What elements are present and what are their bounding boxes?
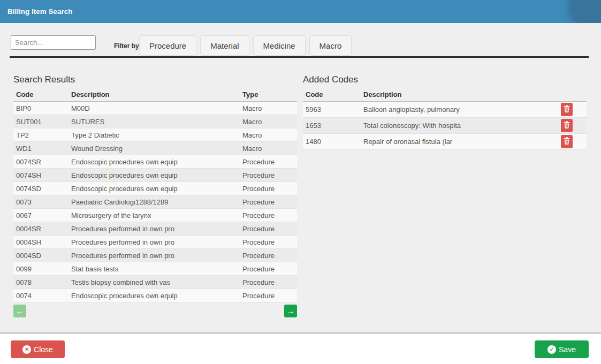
cell-code: TP2 [13,131,71,139]
dialog-titlebar: Billing Item Search [0,0,601,23]
cell-type: Macro [242,104,297,112]
cell-code: 0074 [13,292,71,300]
cell-description: Endoscopic procedures own equip [71,292,242,300]
cell-description: M00D [71,104,242,112]
search-results-header-row: Code Description Type [13,88,297,102]
cell-type: Macro [242,118,297,126]
cell-description: Balloon angioplasty, pulmonary [363,105,561,113]
table-row[interactable]: WD1 Wound Dressing Macro [13,142,297,155]
filter-procedure-button[interactable]: Procedure [139,35,196,56]
search-results-table-body: BIP0 M00D Macro SUT001 SUTURES Macro TP2… [13,102,297,302]
cell-description: Endoscopic procedures own equip [71,185,242,193]
table-row[interactable]: BIP0 M00D Macro [13,102,297,115]
filter-medicine-button[interactable]: Medicine [253,35,306,56]
filter-by-label: Filter by [114,42,139,50]
table-row[interactable]: 0074 Endoscopic procedures own equip Pro… [13,289,297,302]
dialog-footer: ✕ Close ✓ Save [0,332,601,364]
cell-type: Procedure [242,158,297,166]
cell-type: Procedure [242,292,297,300]
pagination: ← → [13,305,297,317]
table-row[interactable]: 0078 Testis biopsy combined with vas Pro… [13,276,297,289]
table-row[interactable]: 0073 Paediatric Cardiologi1288/1289 Proc… [13,195,297,209]
cell-code: 1480 [303,138,363,146]
dialog-title: Billing Item Search [7,0,73,23]
search-results-title: Search Results [13,74,297,85]
cell-description: Stat basis tests [71,265,242,273]
table-row[interactable]: 0004SD Procedures performed in own pro P… [13,249,297,262]
added-codes-panel: Added Codes Code Description 5963 Balloo… [303,74,587,150]
cell-code: 0078 [13,278,71,286]
arrow-left-icon: ← [16,306,24,315]
cell-code: 0074SR [13,158,71,166]
cell-code: BIP0 [13,104,71,112]
cell-type: Procedure [242,198,297,206]
cell-code: 0099 [13,265,71,273]
cell-type: Procedure [242,265,297,273]
delete-code-button[interactable] [561,135,573,148]
cell-type: Procedure [242,278,297,286]
delete-code-button[interactable] [561,103,573,116]
table-row[interactable]: 0074SD Endoscopic procedures own equip P… [13,182,297,195]
delete-code-button[interactable] [561,119,573,132]
table-row: 1653 Total colonoscopy: With hospita [303,118,587,134]
previous-page-button[interactable]: ← [13,305,26,317]
table-row[interactable]: 0067 Microsurgery of the larynx Procedur… [13,209,297,222]
trash-icon [564,137,570,146]
table-row[interactable]: TP2 Type 2 Diabetic Macro [13,128,297,142]
cell-code: 0074SD [13,185,71,193]
save-button[interactable]: ✓ Save [535,340,589,358]
table-row[interactable]: 0074SH Endoscopic procedures own equip P… [13,169,297,182]
titlebar-corner-decoration [568,0,601,23]
trash-icon [564,105,570,114]
cell-description: Procedures performed in own pro [71,252,242,260]
cell-description: Microsurgery of the larynx [71,211,242,219]
cell-code: 0067 [13,211,71,219]
cell-description: Paediatric Cardiologi1288/1289 [71,198,242,206]
cell-code: 0004SD [13,252,71,260]
cell-description: Total colonoscopy: With hospita [363,122,561,130]
filter-macro-button[interactable]: Macro [309,35,352,56]
table-row[interactable]: 0004SH Procedures performed in own pro P… [13,236,297,249]
cell-description: SUTURES [71,118,242,126]
cell-description: Endoscopic procedures own equip [71,158,242,166]
save-button-label: Save [559,345,576,354]
arrow-right-icon: → [287,306,295,315]
cell-type: Procedure [242,185,297,193]
cell-code: 0073 [13,198,71,206]
table-row[interactable]: 0004SR Procedures performed in own pro P… [13,222,297,236]
column-header-description: Description [363,90,561,98]
cell-description: Procedures performed in own pro [71,238,242,246]
column-header-description: Description [71,90,242,98]
cell-type: Procedure [242,238,297,246]
cell-code: WD1 [13,145,71,153]
filter-button-group: Procedure Material Medicine Macro [139,35,352,56]
save-check-icon: ✓ [547,345,556,354]
table-row: 1480 Repair of oronasal fistula (lar [303,134,587,150]
table-row[interactable]: SUT001 SUTURES Macro [13,115,297,128]
cell-type: Macro [242,131,297,139]
column-header-code: Code [303,90,363,98]
cell-description: Testis biopsy combined with vas [71,278,242,286]
added-codes-title: Added Codes [303,74,587,85]
search-input[interactable] [11,35,96,50]
toolbar-divider [10,56,589,58]
cell-code: 5963 [303,105,363,113]
cell-description: Type 2 Diabetic [71,131,242,139]
cell-code: 1653 [303,122,363,130]
next-page-button[interactable]: → [284,305,297,317]
trash-icon [564,121,570,130]
filter-material-button[interactable]: Material [200,35,249,56]
column-header-code: Code [13,90,71,98]
cell-code: 0004SH [13,238,71,246]
cell-type: Procedure [242,211,297,219]
close-button[interactable]: ✕ Close [11,340,65,358]
close-button-label: Close [34,345,53,354]
table-row[interactable]: 0099 Stat basis tests Procedure [13,262,297,276]
added-codes-header-row: Code Description [303,88,587,102]
cell-type: Procedure [242,252,297,260]
column-header-type: Type [242,90,297,98]
cell-description: Endoscopic procedures own equip [71,171,242,179]
table-row: 5963 Balloon angioplasty, pulmonary [303,102,587,118]
table-row[interactable]: 0074SR Endoscopic procedures own equip P… [13,155,297,169]
cell-type: Procedure [242,225,297,233]
